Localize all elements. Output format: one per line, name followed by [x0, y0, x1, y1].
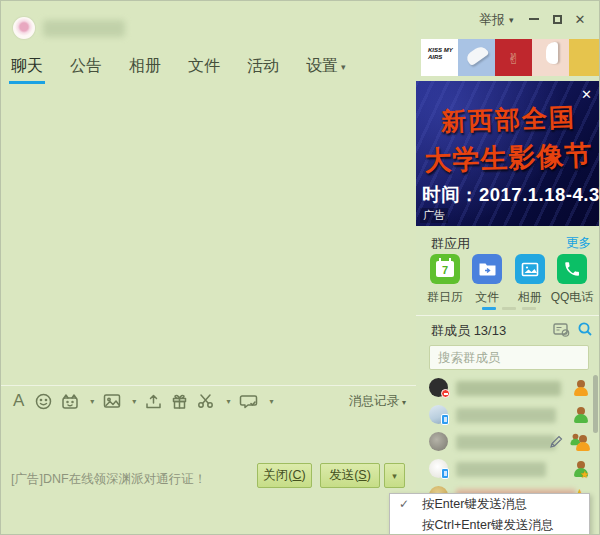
ad-banner-line1: 新西部全国: [416, 100, 600, 139]
tab-settings[interactable]: 设置▾: [306, 49, 346, 85]
tab-chat[interactable]: 聊天: [11, 49, 43, 85]
group-tabs: 聊天 公告 相册 文件 活动 设置▾: [1, 49, 416, 85]
app-label: 群日历: [427, 289, 463, 306]
member-row[interactable]: [416, 375, 600, 402]
tab-album[interactable]: 相册: [129, 49, 161, 85]
ad-thumb-kiss-my-airs[interactable]: KISS MY AIRS: [421, 39, 458, 76]
tab-files[interactable]: 文件: [188, 49, 220, 85]
folder-icon: [472, 254, 502, 284]
menu-item-label: 按Enter键发送消息: [422, 497, 527, 511]
avatar[interactable]: [429, 432, 448, 451]
message-history-label: 消息记录: [349, 394, 399, 408]
chat-panel: 聊天 公告 相册 文件 活动 设置▾ A ▾ ▾: [1, 1, 416, 535]
menu-item-label: 按Ctrl+Enter键发送消息: [422, 518, 554, 532]
ad-thumb-shoe-blue[interactable]: [458, 39, 495, 76]
image-icon: [103, 393, 121, 409]
bubble-check-icon: [239, 393, 258, 409]
close-label-pre: 关闭(: [263, 468, 292, 482]
send-label-pre: 发送(: [329, 468, 358, 482]
member-search-input[interactable]: [429, 345, 589, 370]
group-avatar[interactable]: [13, 17, 35, 39]
ad-thumb-hand-red[interactable]: ✌: [495, 39, 532, 76]
ad-banner-line2: 大学生影像节: [416, 137, 600, 179]
tab-settings-label: 设置: [306, 57, 338, 74]
search-icon[interactable]: [577, 321, 593, 337]
members-header: 群成员 13/13: [431, 322, 506, 340]
send-button[interactable]: 发送(S): [320, 463, 380, 488]
sticker-cat-icon: [61, 393, 79, 410]
message-assistant-button[interactable]: [239, 393, 258, 409]
app-label: 相册: [518, 289, 542, 306]
screenshot-button[interactable]: [197, 393, 215, 409]
app-files[interactable]: 文件: [466, 254, 508, 306]
member-level-icon: [572, 406, 590, 424]
send-options-menu: ✓ 按Enter键发送消息 按Ctrl+Enter键发送消息: [389, 493, 590, 535]
app-album[interactable]: 相册: [509, 254, 551, 306]
chevron-down-icon[interactable]: ▾: [132, 397, 136, 406]
page-dot[interactable]: [522, 307, 536, 310]
sticker-button[interactable]: [61, 393, 79, 410]
gift-button[interactable]: [171, 393, 188, 410]
member-row[interactable]: [416, 429, 600, 456]
tab-files-label: 文件: [188, 57, 220, 74]
font-style-button[interactable]: A: [13, 391, 24, 411]
tab-announcement[interactable]: 公告: [70, 49, 102, 85]
maximize-button[interactable]: [549, 11, 565, 27]
app-group-calendar[interactable]: 7 群日历: [424, 254, 466, 306]
input-toolbar: A ▾ ▾ ▾ ▾ 消息记录▾: [1, 385, 416, 416]
close-chat-button[interactable]: 关闭(C): [257, 463, 312, 488]
star-badge-icon: ★: [580, 469, 589, 480]
tab-activities[interactable]: 活动: [247, 49, 279, 85]
ad-banner[interactable]: ✕ 新西部全国 大学生影像节 时间：2017.1.18-4.30 广告: [416, 81, 600, 226]
menu-item-ctrl-enter-send[interactable]: 按Ctrl+Enter键发送消息: [390, 515, 589, 535]
report-button[interactable]: 举报: [479, 11, 505, 29]
member-row[interactable]: ★: [416, 456, 600, 483]
member-row[interactable]: [416, 402, 600, 429]
member-level-icon: [572, 433, 590, 451]
emoji-button[interactable]: [35, 393, 52, 410]
close-window-button[interactable]: ✕: [572, 11, 588, 27]
send-options-button[interactable]: ▾: [384, 463, 405, 488]
status-busy-badge: [441, 389, 450, 398]
app-qq-call[interactable]: QQ电话: [551, 254, 593, 306]
minimize-icon: [529, 18, 539, 20]
member-list-scrollbar[interactable]: [593, 375, 598, 433]
page-dot-active[interactable]: [482, 307, 496, 310]
check-icon: ✓: [399, 494, 409, 515]
chevron-down-icon[interactable]: ▾: [90, 397, 94, 406]
tab-announcement-label: 公告: [70, 57, 102, 74]
menu-item-enter-send[interactable]: ✓ 按Enter键发送消息: [390, 494, 589, 515]
member-level-icon: [572, 379, 590, 397]
member-card-icon[interactable]: [553, 322, 570, 337]
member-name-redacted: [456, 435, 556, 450]
message-history-button[interactable]: 消息记录▾: [349, 393, 406, 410]
tab-activities-label: 活动: [247, 57, 279, 74]
edit-card-icon[interactable]: [548, 434, 564, 450]
ad-tag: 广告: [420, 208, 448, 223]
ad-text[interactable]: [广告]DNF在线领深渊派对通行证！: [11, 471, 206, 488]
qq-group-chat-window: 聊天 公告 相册 文件 活动 设置▾ A ▾ ▾: [0, 0, 600, 535]
member-list: ★ ★: [416, 375, 600, 510]
members-title: 群成员: [431, 323, 470, 338]
apps-pagination[interactable]: [416, 307, 600, 310]
group-apps-more-link[interactable]: 更多: [566, 235, 591, 252]
member-name-redacted: [456, 462, 546, 477]
group-sidebar: 举报 ▾ ✕ KISS MY AIRS ✌ ✕ 新西部全国 大学生影像节 时间：…: [416, 1, 600, 535]
upload-file-button[interactable]: [145, 393, 162, 410]
page-dot[interactable]: [502, 307, 516, 310]
group-apps-row: 7 群日历 文件 相册 QQ电话: [416, 254, 600, 306]
ad-thumb-yellow[interactable]: [569, 39, 600, 76]
group-apps-title: 群应用: [431, 235, 470, 253]
chevron-down-icon[interactable]: ▾: [226, 397, 230, 406]
ad-thumbnails: KISS MY AIRS ✌: [421, 39, 600, 76]
chevron-down-icon[interactable]: ▾: [509, 11, 514, 29]
victory-hand-icon: ✌: [507, 50, 520, 67]
member-name-redacted: [456, 408, 556, 423]
ad-thumb-shoe-pink[interactable]: [532, 39, 569, 76]
chevron-down-icon[interactable]: ▾: [269, 397, 273, 406]
group-titlebar: [1, 8, 416, 48]
minimize-button[interactable]: [526, 11, 542, 27]
image-button[interactable]: [103, 393, 121, 409]
members-count: 13/13: [474, 323, 507, 338]
chevron-down-icon: ▾: [392, 471, 397, 481]
